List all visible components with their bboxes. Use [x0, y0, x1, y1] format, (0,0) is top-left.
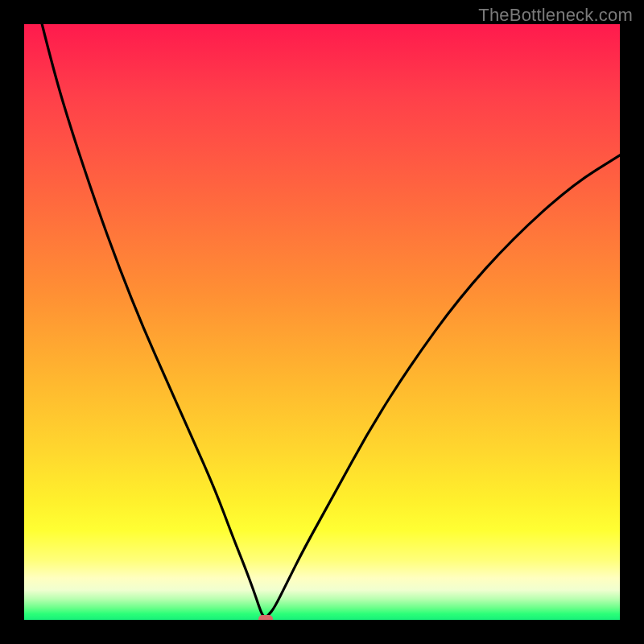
- plot-area: [24, 24, 620, 620]
- chart-frame: TheBottleneck.com: [0, 0, 644, 644]
- bottleneck-curve: [24, 24, 620, 620]
- watermark-text: TheBottleneck.com: [478, 5, 633, 26]
- vertex-marker: [258, 615, 273, 620]
